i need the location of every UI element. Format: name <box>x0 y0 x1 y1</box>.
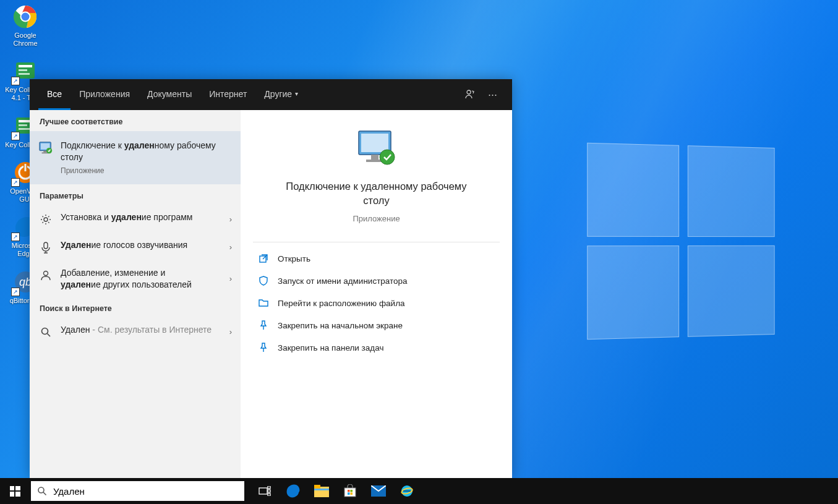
result-settings-uninstall[interactable]: Установка и удаление программ › <box>30 205 241 233</box>
pin-icon <box>258 320 269 331</box>
microphone-icon <box>38 240 53 255</box>
shortcut-arrow-icon: ↗ <box>11 77 20 85</box>
search-results-panel: Все Приложения Документы Интернет Другие… <box>30 79 512 478</box>
preview-subtitle: Приложение <box>353 214 400 223</box>
tab-all[interactable]: Все <box>38 79 71 110</box>
svg-rect-24 <box>44 242 48 249</box>
section-settings: Параметры <box>30 184 241 205</box>
svg-rect-42 <box>348 490 350 492</box>
windows-logo-icon <box>10 486 20 497</box>
shortcut-arrow-icon: ↗ <box>11 132 20 140</box>
svg-rect-14 <box>25 164 27 171</box>
svg-rect-44 <box>348 493 350 495</box>
result-title-bold: удален <box>124 140 155 150</box>
section-best-match: Лучшее соответствие <box>30 110 241 131</box>
svg-rect-28 <box>361 134 388 152</box>
search-icon <box>37 486 47 496</box>
taskbar-app-mail[interactable] <box>364 478 393 504</box>
open-icon <box>258 253 269 264</box>
svg-point-31 <box>380 150 395 164</box>
pin-icon <box>258 342 269 353</box>
svg-point-17 <box>467 90 471 94</box>
search-preview-pane: Подключение к удаленному рабочему столу … <box>241 110 512 478</box>
more-options-icon[interactable]: ⋯ <box>482 89 503 100</box>
svg-rect-41 <box>344 488 356 497</box>
desktop-icon-chrome[interactable]: Google Chrome <box>4 4 47 47</box>
action-pin-taskbar[interactable]: Закрепить на панели задач <box>253 336 500 359</box>
shortcut-arrow-icon: ↗ <box>11 233 20 241</box>
search-tabs-bar: Все Приложения Документы Интернет Другие… <box>30 79 512 110</box>
result-settings-users[interactable]: Добавление, изменение иудаление других п… <box>30 261 241 297</box>
svg-rect-35 <box>268 486 270 489</box>
shortcut-arrow-icon: ↗ <box>11 288 20 296</box>
taskbar <box>0 478 838 504</box>
tab-docs[interactable]: Документы <box>139 79 200 110</box>
folder-icon <box>258 297 269 309</box>
preview-title: Подключение к удаленному рабочему столу <box>284 179 469 208</box>
svg-rect-43 <box>351 490 353 492</box>
svg-rect-36 <box>268 490 270 492</box>
result-title-part: Подключение к <box>61 140 124 150</box>
svg-rect-45 <box>351 493 353 495</box>
svg-point-23 <box>44 218 48 221</box>
svg-rect-5 <box>19 69 27 71</box>
svg-rect-39 <box>314 485 320 489</box>
tab-web[interactable]: Интернет <box>200 79 255 110</box>
taskbar-app-edge[interactable] <box>279 478 307 504</box>
action-file-location[interactable]: Перейти к расположению файла <box>253 292 500 314</box>
user-icon <box>38 268 53 283</box>
chevron-right-icon: › <box>229 274 232 283</box>
taskbar-search-box[interactable] <box>31 481 244 501</box>
start-button[interactable] <box>0 478 30 504</box>
taskbar-app-store[interactable] <box>336 478 364 504</box>
wallpaper-windows-logo <box>587 143 774 340</box>
feedback-icon[interactable] <box>458 89 482 100</box>
svg-rect-4 <box>19 65 32 67</box>
gear-icon <box>38 212 53 227</box>
taskbar-app-explorer[interactable] <box>307 478 336 504</box>
rdp-icon <box>38 140 53 155</box>
tab-more[interactable]: Другие <box>255 79 307 110</box>
result-web-search[interactable]: Удален - См. результаты в Интернете › <box>30 318 241 346</box>
chevron-right-icon: › <box>229 242 232 252</box>
chevron-right-icon: › <box>229 327 232 336</box>
result-settings-voices[interactable]: Удаление голосов озвучивания › <box>30 233 241 261</box>
tab-apps[interactable]: Приложения <box>71 79 139 110</box>
svg-point-33 <box>38 487 44 493</box>
svg-rect-9 <box>19 124 27 126</box>
action-run-admin[interactable]: Запуск от имени администратора <box>253 270 500 292</box>
action-open[interactable]: Открыть <box>253 247 500 270</box>
rdp-large-icon <box>355 129 398 167</box>
chevron-right-icon: › <box>229 215 232 224</box>
desktop-icon-label: Google Chrome <box>4 32 47 47</box>
search-input[interactable] <box>53 486 238 497</box>
result-subtitle: Приложение <box>61 166 232 176</box>
search-icon <box>38 325 53 340</box>
svg-rect-10 <box>19 128 30 130</box>
shield-icon <box>258 275 269 286</box>
svg-rect-37 <box>268 493 270 496</box>
taskbar-app-ie[interactable] <box>393 478 421 504</box>
svg-rect-6 <box>19 73 30 75</box>
svg-rect-34 <box>259 488 267 494</box>
svg-rect-40 <box>314 489 329 490</box>
taskview-button[interactable] <box>250 478 279 504</box>
svg-point-26 <box>42 328 48 334</box>
svg-rect-29 <box>371 155 378 160</box>
action-pin-start[interactable]: Закрепить на начальном экране <box>253 314 500 336</box>
shortcut-arrow-icon: ↗ <box>11 178 20 187</box>
svg-point-25 <box>44 271 48 275</box>
section-web: Поиск в Интернете <box>30 297 241 318</box>
result-best-match[interactable]: Подключение к удаленному рабочему столу … <box>30 131 241 184</box>
search-results-list: Лучшее соответствие Подключение к удален… <box>30 110 241 478</box>
